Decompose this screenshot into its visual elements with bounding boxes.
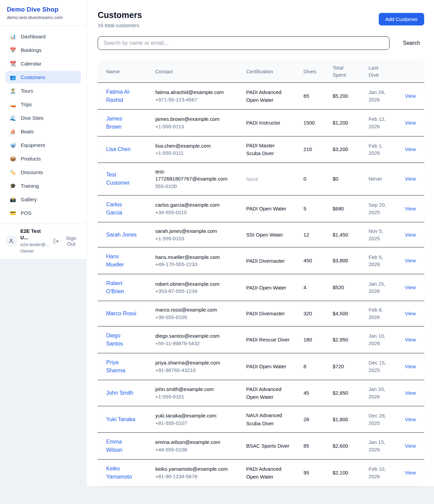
- view-link[interactable]: View: [405, 206, 416, 211]
- view-link[interactable]: View: [405, 120, 416, 126]
- user-footer: E2E Test U... e2e-tester@... Owner Sign …: [0, 224, 86, 259]
- customer-name-link[interactable]: John Smith: [106, 389, 133, 397]
- column-header-certification: Certification: [246, 64, 303, 79]
- table-row: James Brown james.brown@example.com +1-5…: [98, 110, 424, 136]
- customer-name-link[interactable]: Emma Wilson: [106, 438, 137, 454]
- page-title: Customers: [98, 10, 142, 20]
- package-icon: 📦: [9, 156, 16, 161]
- view-link[interactable]: View: [405, 258, 416, 263]
- table-row: Diego Santos diego.santos@example.com +5…: [98, 326, 424, 353]
- customer-phone: +971-55-123-4567: [155, 96, 226, 104]
- customer-phone: +44-555-0108: [155, 446, 226, 453]
- sidebar-item-pos[interactable]: 💳 POS: [5, 207, 81, 219]
- sidebar-item-bookings[interactable]: 📅 Bookings: [5, 44, 81, 56]
- sign-out-button[interactable]: Sign Out: [53, 235, 81, 247]
- sailboat-icon: ⛵: [9, 129, 16, 134]
- customer-certification: PADI Rescue Diver: [246, 331, 303, 349]
- sidebar-item-calendar[interactable]: 📆 Calendar: [5, 57, 81, 70]
- view-link[interactable]: View: [405, 337, 416, 342]
- sidebar-item-dashboard[interactable]: 📊 Dashboard: [5, 30, 81, 43]
- add-customer-button[interactable]: Add Customer: [379, 13, 424, 25]
- customer-dives: 0: [303, 170, 333, 188]
- customer-certification: BSAC Sports Diver: [246, 437, 303, 455]
- customer-total-spent: $3,200: [333, 141, 369, 158]
- customer-name-link[interactable]: Lisa Chen: [106, 145, 131, 153]
- logout-icon: [53, 238, 59, 244]
- customer-certification: PADI Divemaster: [246, 252, 303, 270]
- view-link[interactable]: View: [405, 284, 416, 290]
- sidebar-item-gallery[interactable]: 📸 Gallery: [5, 193, 81, 206]
- view-link[interactable]: View: [405, 232, 416, 238]
- customer-dives: 1500: [303, 114, 333, 132]
- sign-out-label: Sign Out: [61, 235, 81, 247]
- customer-certification: PADI Divemaster: [246, 304, 303, 322]
- table-row: Lisa Chen lisa.chen@example.com +1-555-0…: [98, 136, 424, 163]
- sidebar-item-label: Dashboard: [21, 34, 45, 39]
- customer-name-link[interactable]: Priya Sharma: [106, 358, 137, 375]
- sidebar-item-boats[interactable]: ⛵ Boats: [5, 125, 81, 138]
- page-header: Customers 15 total customers Add Custome…: [98, 10, 424, 28]
- customer-name-link[interactable]: Diego Santos: [106, 332, 137, 348]
- user-role: Owner: [20, 248, 50, 254]
- sidebar-item-discounts[interactable]: 🏷️ Discounts: [5, 166, 81, 179]
- customer-name-link[interactable]: Yuki Tanaka: [106, 415, 135, 424]
- customer-name-link[interactable]: Hans Mueller: [106, 253, 137, 269]
- table-row: Marco Rossi marco.rossi@example.com +39-…: [98, 301, 424, 326]
- column-header-contact: Contact: [155, 64, 246, 79]
- customer-total-spent: $4,500: [333, 305, 369, 322]
- customer-total-spent: $1,200: [333, 114, 369, 132]
- sidebar-item-label: Gallery: [21, 197, 37, 202]
- user-name: E2E Test U...: [20, 228, 50, 241]
- view-link[interactable]: View: [405, 443, 416, 449]
- view-link[interactable]: View: [405, 416, 416, 422]
- customer-email: keiko.yamamoto@example.com: [155, 465, 226, 473]
- sidebar-item-products[interactable]: 📦 Products: [5, 152, 81, 165]
- customer-phone: +1-555-0101: [155, 393, 226, 400]
- customer-name-link[interactable]: Carlos Garcia: [106, 201, 137, 217]
- table-row: John Smith john.smith@example.com +1-555…: [98, 380, 424, 407]
- customer-total-spent: $2,100: [333, 464, 369, 482]
- view-link[interactable]: View: [405, 470, 416, 475]
- customer-name-link[interactable]: James Brown: [106, 115, 137, 131]
- sidebar-item-training[interactable]: 🎓 Training: [5, 180, 81, 192]
- view-link[interactable]: View: [405, 93, 416, 99]
- sidebar-item-dive-sites[interactable]: 🌊 Dive Sites: [5, 112, 81, 124]
- view-link[interactable]: View: [405, 146, 416, 152]
- search-button[interactable]: Search: [399, 37, 424, 49]
- sidebar-nav: 📊 Dashboard 📅 Bookings 📆 Calendar 👥 Cust…: [0, 26, 86, 224]
- view-link[interactable]: View: [405, 390, 416, 396]
- customer-phone: +39-555-0105: [155, 314, 226, 321]
- view-link[interactable]: View: [405, 311, 416, 316]
- column-header-dives: Dives: [303, 64, 333, 79]
- sidebar-item-equipment[interactable]: 🤿 Equipment: [5, 139, 81, 151]
- sidebar-item-tours[interactable]: 🏝️ Tours: [5, 85, 81, 97]
- customer-name-link[interactable]: Sarah Jones: [106, 231, 137, 239]
- customer-last-dive: Nov 5, 2025: [369, 222, 405, 247]
- customer-dives: 4: [303, 279, 333, 296]
- sidebar-item-trips[interactable]: 🚤 Trips: [5, 98, 81, 111]
- customer-name-link[interactable]: Keiko Yamamoto: [106, 465, 137, 481]
- search-input[interactable]: [98, 36, 390, 50]
- view-link[interactable]: View: [405, 363, 416, 369]
- calendar-icon: 📅: [9, 48, 16, 53]
- sidebar-item-label: Discounts: [21, 169, 43, 175]
- customer-phone: +81-555-0107: [155, 419, 226, 427]
- customer-phone: +353-87-555-1234: [155, 287, 226, 295]
- customer-phone: +49-170-555-2233: [155, 261, 226, 268]
- customer-name-link[interactable]: Test Customer: [106, 171, 137, 187]
- customer-total-spent: $720: [333, 358, 369, 375]
- sidebar-item-customers[interactable]: 👥 Customers: [5, 71, 81, 83]
- tag-icon: 🏷️: [9, 170, 16, 175]
- customer-certification: SSI Open Water: [246, 226, 303, 244]
- view-link[interactable]: View: [405, 176, 416, 182]
- customer-last-dive: Jan 25, 2026: [369, 275, 405, 300]
- customer-name-link[interactable]: Robert O'Brien: [106, 279, 137, 296]
- customer-name-link[interactable]: Marco Rossi: [106, 310, 136, 318]
- sidebar-item-label: Tours: [21, 88, 33, 94]
- main-content: Customers 15 total customers Add Custome…: [87, 0, 434, 486]
- sidebar-item-label: Customers: [21, 74, 45, 80]
- wave-icon: 🌊: [9, 115, 16, 120]
- customer-email: robert.obrien@example.com: [155, 280, 226, 288]
- customer-name-link[interactable]: Fatima Al-Rashid: [106, 88, 137, 104]
- users-icon: 👥: [9, 75, 16, 80]
